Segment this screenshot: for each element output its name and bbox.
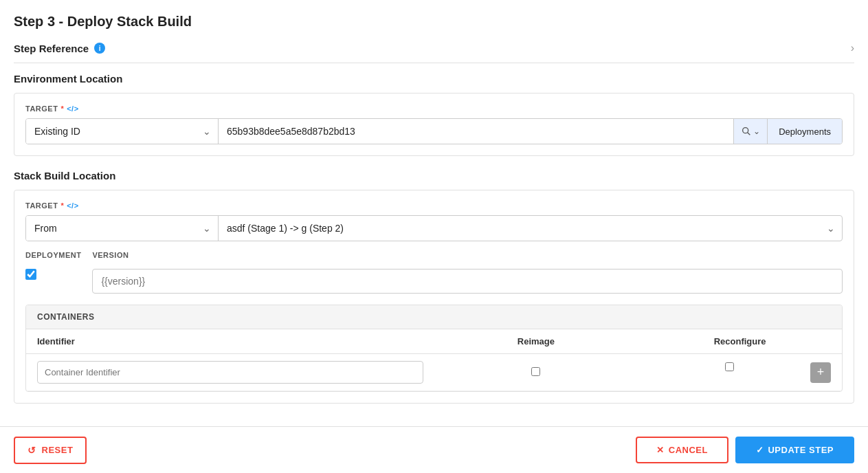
required-star: * [60, 104, 64, 113]
stack-build-section: Stack Build Location TARGET * </> From E… [14, 170, 854, 404]
footer-right-buttons: ✕ CANCEL ✓ UPDATE STEP [636, 437, 854, 463]
stack-target-type-select[interactable]: From Existing ID New [26, 216, 218, 241]
code-toggle-icon[interactable]: </> [67, 104, 78, 113]
reconfigure-cell: + [638, 354, 842, 391]
cancel-button[interactable]: ✕ CANCEL [636, 437, 728, 463]
deployment-label: DEPLOYMENT [25, 251, 81, 259]
footer-bar: ↺ RESET ✕ CANCEL ✓ UPDATE STEP [0, 426, 868, 473]
target-type-select-wrapper: Existing ID New From ⌄ [26, 119, 219, 144]
reset-icon: ↺ [27, 445, 36, 456]
reconfigure-header: Reconfigure [638, 329, 842, 354]
stack-target-row: From Existing ID New ⌄ asdf (Stage 1) ->… [25, 215, 843, 241]
cancel-x-icon: ✕ [656, 445, 665, 455]
page-title: Step 3 - Deploy Stack Build [14, 14, 854, 30]
deployment-checkbox[interactable] [25, 269, 36, 280]
containers-section: CONTAINERS Identifier Reimage Reconfigur… [25, 305, 843, 392]
update-step-button[interactable]: ✓ UPDATE STEP [735, 437, 854, 463]
version-col: VERSION [92, 251, 843, 294]
identifier-header: Identifier [26, 329, 434, 354]
stack-target-value-wrapper[interactable]: asdf (Stage 1) -> g (Step 2) ⌄ [219, 216, 842, 241]
stack-target-chevron-icon: ⌄ [827, 223, 835, 234]
info-icon: i [94, 43, 105, 54]
stack-code-toggle-icon[interactable]: </> [67, 201, 78, 210]
deployment-col: DEPLOYMENT [25, 251, 81, 280]
search-button[interactable]: ⌄ [733, 119, 767, 144]
table-header-row: Identifier Reimage Reconfigure [26, 329, 842, 354]
deployment-checkbox-wrapper [25, 269, 81, 280]
target-type-select[interactable]: Existing ID New From [26, 119, 218, 144]
reimage-checkbox[interactable] [531, 367, 540, 376]
stack-build-card: TARGET * </> From Existing ID New ⌄ asdf… [14, 190, 854, 404]
containers-table: Identifier Reimage Reconfigure [26, 329, 842, 391]
target-field-label: TARGET * </> [25, 104, 843, 113]
target-id-input[interactable] [219, 119, 733, 144]
svg-point-0 [743, 128, 748, 133]
environment-location-section: Environment Location TARGET * </> Existi… [14, 73, 854, 156]
reimage-cell [434, 354, 638, 391]
target-input-row: Existing ID New From ⌄ ⌄ Deployments [25, 118, 843, 144]
step-reference-divider [14, 63, 854, 63]
table-row: + [26, 354, 842, 391]
environment-location-title: Environment Location [14, 73, 854, 85]
svg-line-1 [748, 133, 750, 135]
stack-target-select-wrapper: From Existing ID New ⌄ [26, 216, 219, 241]
reimage-header: Reimage [434, 329, 638, 354]
containers-header: CONTAINERS [26, 305, 842, 329]
stack-build-title: Stack Build Location [14, 170, 854, 182]
add-container-button[interactable]: + [810, 362, 831, 383]
stack-target-label: TARGET * </> [25, 201, 843, 210]
step-reference-label: Step Reference i [14, 43, 105, 54]
version-label: VERSION [92, 251, 843, 259]
container-id-input[interactable] [37, 361, 423, 384]
reconfigure-checkbox[interactable] [725, 362, 734, 371]
step-reference-chevron-icon: › [851, 42, 854, 54]
deployments-button[interactable]: Deployments [767, 119, 842, 144]
search-chevron-icon: ⌄ [753, 126, 760, 136]
stack-required-star: * [60, 201, 64, 210]
reset-button[interactable]: ↺ RESET [14, 437, 87, 464]
environment-location-card: TARGET * </> Existing ID New From ⌄ [14, 93, 854, 156]
identifier-cell [26, 354, 434, 391]
step-reference-section[interactable]: Step Reference i › [14, 42, 854, 54]
search-icon [741, 126, 752, 137]
stack-target-value: asdf (Stage 1) -> g (Step 2) [219, 216, 842, 241]
version-input[interactable] [92, 269, 843, 294]
deployment-version-row: DEPLOYMENT VERSION [25, 251, 843, 294]
update-check-icon: ✓ [756, 445, 764, 455]
